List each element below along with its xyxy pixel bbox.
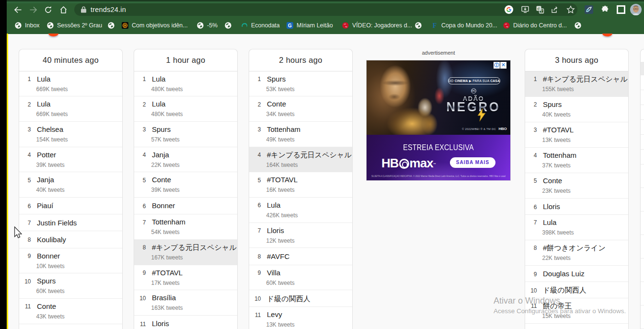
back-button[interactable] [14,6,22,14]
trend-name-link[interactable]: ド級の関西人 [267,294,310,304]
bookmark-item[interactable]: G Míriam Leitão [287,19,333,32]
trend-row[interactable]: 7 Lula 398K tweets [525,215,628,240]
trend-row[interactable]: 2 Spurs 40K tweets [525,97,628,122]
trend-row[interactable]: 9 Bonner 10K tweets [19,248,122,274]
trend-name-link[interactable]: ド級の関西人 [543,286,586,295]
trend-row[interactable]: 4 Tottenham 37K tweets [525,148,628,173]
bookmark-item[interactable]: Econodata [241,19,280,32]
trend-row[interactable]: 3 #TOTAVL 13K tweets [525,122,628,148]
trend-name-link[interactable]: Koulibaly [37,235,66,244]
trend-row[interactable]: 1 Spurs 53K tweets [249,71,352,97]
trend-name-link[interactable]: Lula [37,100,50,108]
trend-name-link[interactable]: Spurs [543,100,562,108]
lock-icon[interactable] [80,6,87,13]
trend-row[interactable]: 6 Piauí [19,198,122,214]
profile-avatar[interactable] [630,4,642,15]
trend-row[interactable]: 8 #AVFC [249,248,352,265]
trend-name-link[interactable]: Lloris [267,226,284,235]
trend-name-link[interactable]: #餅つきオンライン [543,244,606,253]
trend-name-link[interactable]: #TOTAVL [267,176,298,184]
trend-name-link[interactable]: Janja [152,151,169,159]
bookmark-item[interactable]: F Copa do Mundo 20... [431,19,497,32]
trend-row[interactable]: 1 Lula 480K tweets [134,71,237,97]
trend-row[interactable]: 4 #キンプる元日スペシャル 164K tweets [249,147,352,173]
bookmark-item[interactable]: Inbox [15,19,40,32]
saiba-mais-button[interactable]: SAIBA MAIS [450,157,495,168]
trend-name-link[interactable]: Lula [152,75,165,83]
trend-name-link[interactable]: Spurs [152,125,171,133]
trend-row[interactable]: 11 Lloris [134,316,237,329]
trend-row[interactable]: 5 #TOTAVL 16K tweets [249,172,352,198]
trend-row[interactable]: 6 Lula 426K tweets [249,198,352,223]
trend-row[interactable]: 10 Brasília 163K tweets [134,290,237,316]
trend-row[interactable]: 8 Koulibaly [19,231,122,248]
ad-banner[interactable]: ⓘ ✕ DO CINEMA ▶ PARA SUA CASA DC ADÃO NE… [367,60,510,180]
trend-name-link[interactable]: Justin Fields [37,219,77,227]
trend-row[interactable]: 12 #NEOCHE [19,324,122,329]
trend-name-link[interactable]: Levy [267,310,282,318]
pen-extension-icon[interactable] [585,5,593,14]
trend-name-link[interactable]: Lula [37,75,50,83]
trend-row[interactable]: 10 ド級の関西人 [249,290,352,307]
trend-name-link[interactable]: Villa [267,269,280,277]
install-app-icon[interactable] [521,5,529,14]
trend-row[interactable]: 5 Conte 39K tweets [134,172,237,198]
trend-row[interactable]: 11 Conte 43K tweets [19,299,122,324]
orange-floating-button-left[interactable] [48,34,58,36]
trend-row[interactable]: 3 Chelsea 154K tweets [19,122,122,147]
trend-row[interactable]: 7 Lloris 12K tweets [249,223,352,248]
trend-name-link[interactable]: Conte [152,176,171,184]
trend-row[interactable]: 9 Villa 60K tweets [249,265,352,291]
bookmark-item[interactable]: Sessões 2º Grau [47,19,102,32]
trend-name-link[interactable]: Bonner [152,201,175,210]
trend-row[interactable]: 9 #TOTAVL 17K tweets [134,265,237,291]
trend-row[interactable]: 1 #キンプる元日スペシャル 155K tweets [525,71,628,97]
trend-name-link[interactable]: Chelsea [37,125,63,133]
trend-row[interactable]: 6 Lloris [525,199,628,215]
trend-name-link[interactable]: Conte [267,100,286,108]
trend-name-link[interactable]: #AVFC [267,252,289,260]
trend-row[interactable]: 2 Lula 480K tweets [134,96,237,122]
trend-row[interactable]: 1 Lula 669K tweets [19,71,122,97]
square-extension-icon[interactable] [617,5,625,14]
address-bar[interactable]: trends24.in G文 [74,3,577,16]
trend-name-link[interactable]: #TOTAVL [543,126,574,134]
google-logo-icon[interactable] [505,5,513,14]
trend-name-link[interactable]: Conte [543,176,562,185]
share-icon[interactable] [551,5,559,14]
bookmark-item[interactable] [575,19,585,32]
bookmark-item[interactable] [108,19,118,32]
bookmark-item[interactable]: Diário do Centro d... [503,19,567,32]
trend-row[interactable]: 11 Levy 13K tweets [249,307,352,329]
bookmark-item[interactable] [415,19,425,32]
trend-name-link[interactable]: Piauí [37,201,53,210]
bookmark-star-icon[interactable] [566,5,575,14]
home-button[interactable] [59,6,68,14]
trend-row[interactable]: 8 #餅つきオンライン 22K tweets [525,240,628,266]
trend-name-link[interactable]: Conte [37,302,56,310]
trend-name-link[interactable]: Tottenham [267,125,300,133]
trend-name-link[interactable]: Lula [152,100,165,108]
trend-row[interactable]: 9 Douglas Luiz [525,266,628,282]
trend-row[interactable]: 5 Conte 23K tweets [525,173,628,199]
bookmark-item[interactable]: -5% [197,19,218,32]
trend-name-link[interactable]: Spurs [267,75,286,83]
adchoices-icon[interactable]: ⓘ [494,62,500,69]
trend-name-link[interactable]: Lula [543,218,556,226]
trend-row[interactable]: 10 Spurs 60K tweets [19,273,122,299]
trend-name-link[interactable]: Potter [37,151,56,159]
translate-icon[interactable]: G文 [536,5,544,14]
trend-name-link[interactable]: Spurs [37,277,56,285]
ad-close-icon[interactable]: ✕ [500,62,507,69]
trend-name-link[interactable]: Tottenham [543,151,576,159]
trend-name-link[interactable]: Lloris [543,202,560,211]
bookmark-item[interactable]: Com objetivos idên... [122,19,188,32]
orange-floating-button-right[interactable] [602,34,612,36]
trend-row[interactable]: 7 Justin Fields [19,214,122,231]
trend-row[interactable]: 6 Bonner [134,198,237,214]
trend-name-link[interactable]: #キンプる元日スペシャル [267,151,352,160]
trend-row[interactable]: 4 Potter 39K tweets [19,147,122,173]
forward-button[interactable] [29,6,37,14]
extensions-puzzle-icon[interactable] [601,5,610,14]
url-text[interactable]: trends24.in [91,6,126,13]
